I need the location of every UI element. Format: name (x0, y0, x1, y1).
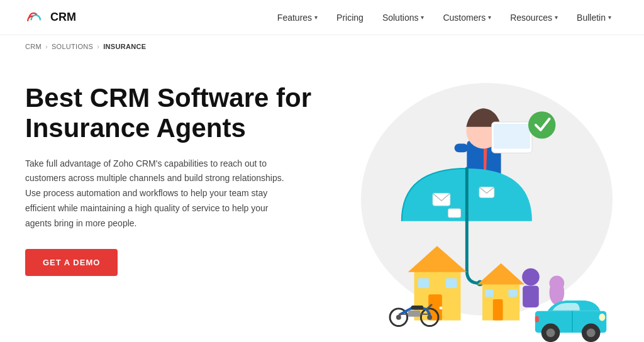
chevron-down-icon: ▾ (608, 14, 611, 21)
svg-point-26 (522, 268, 540, 286)
logo-icon (25, 11, 45, 25)
svg-point-32 (396, 315, 401, 320)
nav-bulletin[interactable]: Bulletin ▾ (569, 8, 619, 28)
svg-point-33 (427, 315, 432, 320)
hero-section: Best CRM Software for Insurance Agents T… (0, 58, 644, 342)
svg-rect-24 (485, 289, 494, 297)
svg-rect-27 (523, 285, 539, 307)
hero-title: Best CRM Software for Insurance Agents (25, 83, 333, 144)
get-demo-button[interactable]: GET A DEMO (25, 249, 118, 276)
svg-rect-14 (448, 209, 461, 218)
svg-rect-18 (418, 279, 429, 289)
svg-point-39 (547, 328, 555, 337)
hero-content: Best CRM Software for Insurance Agents T… (25, 77, 333, 276)
svg-point-43 (599, 314, 605, 321)
nav-resources[interactable]: Resources ▾ (502, 8, 565, 28)
logo-text: CRM (50, 11, 76, 24)
navbar: CRM Features ▾ Pricing Solutions ▾ Custo… (0, 0, 644, 35)
svg-point-9 (528, 111, 555, 138)
breadcrumb-crm[interactable]: CRM (25, 43, 42, 50)
nav-links: Features ▾ Pricing Solutions ▾ Customers… (270, 8, 619, 28)
svg-marker-16 (408, 246, 467, 272)
svg-point-41 (587, 328, 596, 337)
chevron-down-icon: ▾ (555, 14, 558, 21)
breadcrumb-sep2: › (97, 43, 99, 50)
nav-pricing[interactable]: Pricing (329, 8, 371, 28)
nav-solutions[interactable]: Solutions ▾ (375, 8, 432, 28)
insurance-illustration (346, 77, 619, 342)
nav-features[interactable]: Features ▾ (270, 8, 325, 28)
nav-customers[interactable]: Customers ▾ (435, 8, 499, 28)
svg-point-20 (439, 306, 442, 309)
svg-point-29 (550, 280, 565, 305)
chevron-down-icon: ▾ (421, 14, 424, 21)
svg-rect-4 (455, 144, 469, 153)
svg-rect-44 (535, 316, 539, 323)
svg-rect-8 (494, 124, 530, 148)
breadcrumb-current: INSURANCE (103, 43, 146, 50)
breadcrumb-solutions[interactable]: SOLUTIONS (52, 43, 93, 50)
chevron-down-icon: ▾ (488, 14, 491, 21)
chevron-down-icon: ▾ (314, 14, 318, 21)
hero-description: Take full advantage of Zoho CRM's capabi… (25, 157, 296, 231)
svg-marker-22 (477, 263, 525, 285)
logo[interactable]: CRM (25, 11, 76, 25)
svg-rect-36 (408, 311, 421, 317)
svg-rect-25 (508, 289, 517, 297)
hero-illustration (346, 77, 619, 342)
svg-rect-23 (493, 299, 503, 321)
svg-rect-35 (411, 306, 424, 310)
breadcrumb-sep: › (45, 43, 48, 50)
breadcrumb: CRM › SOLUTIONS › INSURANCE (0, 35, 644, 58)
svg-rect-19 (446, 279, 457, 289)
